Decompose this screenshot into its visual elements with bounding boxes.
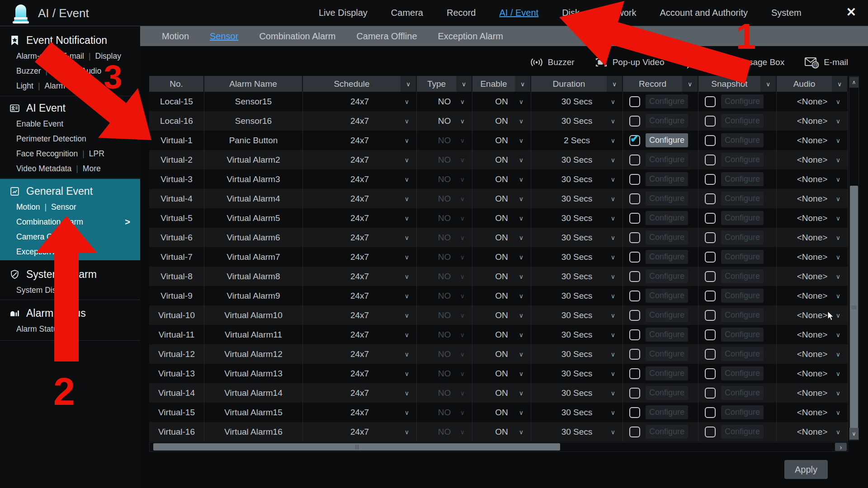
schedule-select[interactable]: 24x7∨ (303, 208, 417, 228)
enable-select[interactable]: ON∨ (472, 403, 531, 422)
type-select[interactable]: NO∨ (417, 325, 472, 344)
type-select[interactable]: NO∨ (417, 228, 472, 247)
sidebar-link-sensor[interactable]: Sensor (51, 202, 76, 212)
schedule-select[interactable]: 24x7∨ (303, 189, 417, 208)
duration-select[interactable]: 30 Secs∨ (531, 247, 623, 267)
type-select[interactable]: NO∨ (417, 189, 472, 208)
column-dropdown-icon[interactable]: ∨ (682, 76, 698, 92)
scroll-up-icon[interactable]: ∧ (849, 77, 859, 88)
duration-select[interactable]: 30 Secs∨ (531, 286, 623, 305)
column-dropdown-icon[interactable]: ∨ (832, 76, 847, 92)
section-header[interactable]: Event Notification (0, 32, 140, 49)
audio-select[interactable]: <None>∨ (777, 131, 848, 150)
schedule-select[interactable]: 24x7∨ (303, 111, 417, 131)
enable-select[interactable]: ON∨ (472, 247, 531, 267)
duration-select[interactable]: 30 Secs∨ (531, 92, 623, 111)
type-select[interactable]: NO∨ (417, 131, 472, 150)
schedule-select[interactable]: 24x7∨ (303, 228, 417, 247)
nav-item-camera[interactable]: Camera (391, 8, 423, 18)
chevron-right-icon[interactable]: > (125, 217, 130, 227)
tab-combination-alarm[interactable]: Combination Alarm (259, 31, 335, 42)
nav-item-account-and-authority[interactable]: Account and Authority (660, 8, 748, 18)
nav-item-live-display[interactable]: Live Display (319, 8, 368, 18)
sidebar-link-display[interactable]: Display (95, 52, 121, 61)
audio-select[interactable]: <None>∨ (777, 267, 848, 286)
vertical-scrollbar[interactable]: ∧ ∨ (849, 76, 859, 441)
scroll-down-icon[interactable]: ∨ (849, 428, 859, 440)
type-select[interactable]: NO∨ (417, 383, 472, 403)
snapshot-checkbox[interactable] (705, 310, 716, 321)
schedule-select[interactable]: 24x7∨ (303, 344, 417, 364)
record-checkbox[interactable] (629, 329, 640, 340)
snapshot-checkbox[interactable] (705, 155, 716, 165)
snapshot-checkbox[interactable] (705, 135, 716, 146)
record-checkbox[interactable] (629, 213, 640, 224)
audio-select[interactable]: <None>∨ (777, 422, 848, 441)
enable-select[interactable]: ON∨ (472, 208, 531, 228)
duration-select[interactable]: 30 Secs∨ (531, 325, 623, 344)
schedule-select[interactable]: 24x7∨ (303, 305, 417, 325)
type-select[interactable]: NO∨ (417, 208, 472, 228)
popup-video-toggle[interactable]: Pop-up Video (594, 56, 665, 68)
sidebar-link-face-recognition[interactable]: Face Recognition (16, 149, 78, 159)
record-checkbox[interactable] (629, 96, 640, 107)
record-checkbox[interactable] (629, 427, 640, 437)
section-header[interactable]: General Event (0, 183, 140, 200)
sidebar-link-audio[interactable]: Audio (81, 66, 101, 76)
snapshot-checkbox[interactable] (705, 329, 716, 340)
duration-select[interactable]: 30 Secs∨ (531, 208, 623, 228)
enable-select[interactable]: ON∨ (472, 267, 531, 286)
duration-select[interactable]: 30 Secs∨ (531, 189, 623, 208)
type-select[interactable]: NO∨ (417, 422, 472, 441)
sidebar-link-lpr[interactable]: LPR (89, 149, 104, 159)
duration-select[interactable]: 30 Secs∨ (531, 383, 623, 403)
snapshot-checkbox[interactable] (705, 213, 716, 224)
schedule-select[interactable]: 24x7∨ (303, 383, 417, 403)
audio-select[interactable]: <None>∨ (777, 189, 848, 208)
sidebar-link-light[interactable]: Light (16, 81, 33, 91)
tab-camera-offline[interactable]: Camera Offline (356, 31, 417, 42)
schedule-select[interactable]: 24x7∨ (303, 286, 417, 305)
audio-select[interactable]: <None>∨ (777, 383, 848, 403)
audio-select[interactable]: <None>∨ (777, 150, 848, 169)
type-select[interactable]: NO∨ (417, 267, 472, 286)
duration-select[interactable]: 30 Secs∨ (531, 305, 623, 325)
record-checkbox[interactable] (629, 388, 640, 399)
scroll-right-icon[interactable]: › (835, 443, 847, 451)
sidebar-link-buzzer[interactable]: Buzzer (16, 66, 41, 76)
close-icon[interactable]: ✕ (846, 5, 856, 19)
audio-select[interactable]: <None>∨ (777, 208, 848, 228)
audio-select[interactable]: <None>∨ (777, 344, 848, 364)
duration-select[interactable]: 2 Secs∨ (531, 131, 623, 150)
record-checkbox[interactable] (629, 232, 640, 243)
snapshot-checkbox[interactable] (705, 174, 716, 185)
audio-select[interactable]: <None>∨ (777, 305, 848, 325)
sidebar-link-system-disarm[interactable]: System Disarm (16, 286, 70, 295)
audio-select[interactable]: <None>∨ (777, 111, 848, 131)
enable-select[interactable]: ON∨ (472, 150, 531, 169)
duration-select[interactable]: 30 Secs∨ (531, 228, 623, 247)
horizontal-scrollbar-thumb[interactable] (153, 443, 560, 450)
audio-select[interactable]: <None>∨ (777, 286, 848, 305)
enable-select[interactable]: ON∨ (472, 286, 531, 305)
tab-sensor[interactable]: Sensor (210, 31, 238, 42)
duration-select[interactable]: 30 Secs∨ (531, 364, 623, 383)
snapshot-checkbox[interactable] (705, 116, 716, 127)
nav-item-network[interactable]: Network (603, 8, 636, 18)
record-checkbox[interactable] (629, 291, 640, 301)
schedule-select[interactable]: 24x7∨ (303, 364, 417, 383)
duration-select[interactable]: 30 Secs∨ (531, 422, 623, 441)
section-header[interactable]: AI Event (0, 99, 140, 117)
sidebar-link-alarm-status[interactable]: Alarm Status (16, 324, 61, 334)
duration-select[interactable]: 30 Secs∨ (531, 267, 623, 286)
sidebar-link-e-mail[interactable]: E-mail (61, 52, 84, 61)
record-checkbox[interactable] (629, 407, 640, 418)
audio-select[interactable]: <None>∨ (777, 364, 848, 383)
record-checkbox[interactable]: ✔ (629, 135, 640, 146)
schedule-select[interactable]: 24x7∨ (303, 422, 417, 441)
column-dropdown-icon[interactable]: ∨ (456, 76, 472, 92)
audio-select[interactable]: <None>∨ (777, 92, 848, 111)
type-select[interactable]: NO∨ (417, 286, 472, 305)
duration-select[interactable]: 30 Secs∨ (531, 150, 623, 169)
type-select[interactable]: NO∨ (417, 169, 472, 189)
